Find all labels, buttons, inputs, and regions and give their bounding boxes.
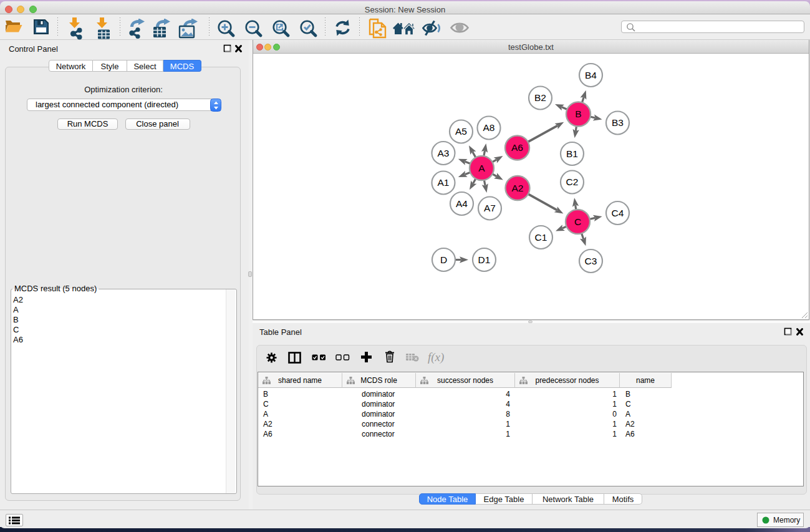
- svg-text:A: A: [478, 163, 485, 173]
- svg-text:D: D: [440, 254, 446, 265]
- svg-text:B4: B4: [585, 70, 597, 80]
- svg-text:A5: A5: [455, 126, 467, 137]
- svg-text:A6: A6: [511, 142, 523, 153]
- svg-text:A8: A8: [483, 122, 494, 133]
- svg-text:D1: D1: [478, 254, 490, 265]
- svg-text:A7: A7: [484, 203, 496, 213]
- svg-text:B2: B2: [534, 92, 546, 103]
- svg-text:B: B: [575, 109, 581, 119]
- svg-text:B1: B1: [566, 148, 578, 159]
- svg-text:A1: A1: [437, 177, 449, 188]
- svg-text:A2: A2: [511, 183, 523, 193]
- svg-text:C2: C2: [566, 177, 578, 187]
- svg-text:C3: C3: [584, 256, 597, 266]
- svg-text:C: C: [574, 216, 581, 227]
- svg-text:C1: C1: [534, 232, 547, 243]
- svg-text:B3: B3: [612, 117, 624, 128]
- svg-text:A4: A4: [456, 198, 468, 209]
- svg-text:A3: A3: [437, 148, 449, 158]
- svg-text:C4: C4: [611, 208, 624, 218]
